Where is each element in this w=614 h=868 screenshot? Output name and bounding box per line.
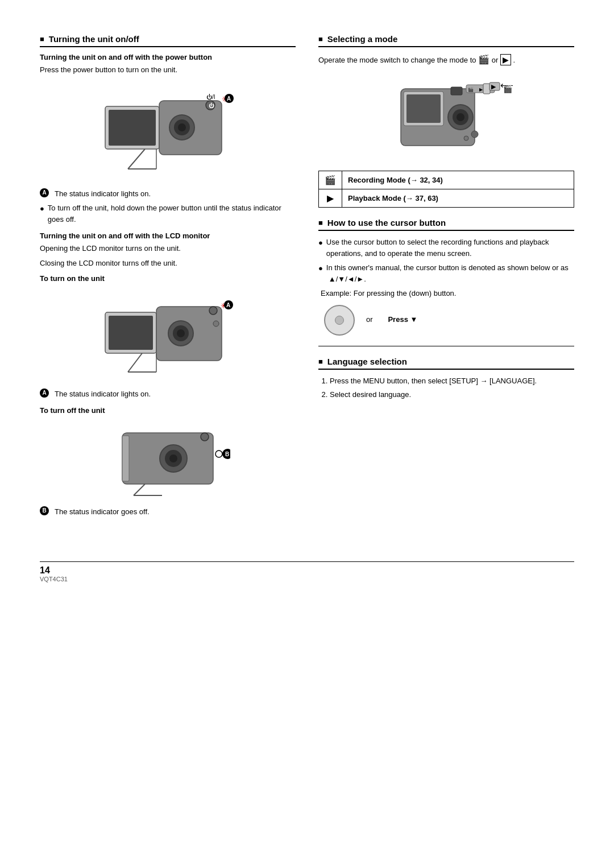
svg-point-36 <box>215 450 222 457</box>
language-title-text: Language selection <box>327 357 407 366</box>
svg-text:▶: ▶ <box>479 87 483 92</box>
section-title-selecting: Selecting a mode <box>318 34 574 47</box>
playback-label-cell: Playback Mode (→ 37, 63) <box>342 189 574 208</box>
camera-svg-lcd-on: ✳ A <box>102 292 233 381</box>
svg-rect-17 <box>109 316 153 350</box>
cursor-title-text: How to use the cursor button <box>327 218 446 228</box>
language-steps: Press the MENU button, then select [SETU… <box>318 375 574 400</box>
svg-text:A: A <box>227 96 231 102</box>
right-column: Selecting a mode Operate the mode switch… <box>318 34 574 527</box>
cursor-example: Example: For pressing the (down) button. <box>321 288 574 299</box>
svg-text:A: A <box>226 302 230 308</box>
cursor-bullet1: Use the cursor button to select the reco… <box>318 237 574 259</box>
language-step1: Press the MENU button, then select [SETU… <box>330 375 574 387</box>
section-title-turning: Turning the unit on/off <box>40 34 296 47</box>
section-turning-on-off: Turning the unit on/off Turning the unit… <box>40 34 296 517</box>
cursor-symbols: ▲/▼/◄/►. <box>329 275 366 283</box>
bullet-turn-off: To turn off the unit, hold down the powe… <box>40 202 296 225</box>
svg-line-27 <box>128 353 142 372</box>
circle-b: B <box>40 506 49 515</box>
svg-text:⏻: ⏻ <box>209 102 214 109</box>
subsection-power-button: Turning the unit on and off with the pow… <box>40 53 296 61</box>
indicator-b-line: B The status indicator goes off. <box>40 506 296 518</box>
svg-point-5 <box>178 123 186 131</box>
camera-figure-power: ⏻ ⏻/I ✳ A <box>40 84 296 180</box>
indicator-a1-line: A The status indicator lights on. <box>40 188 296 200</box>
lcd-line2: Closing the LCD monitor turns off the un… <box>40 258 296 269</box>
camera-figure-lcd-on: ✳ A <box>40 292 296 381</box>
camera-svg-lcd-off: B <box>105 424 230 498</box>
circle-a1: A <box>40 188 49 197</box>
playback-icon-cell: ▶ <box>319 189 342 208</box>
svg-rect-1 <box>109 110 156 146</box>
svg-point-21 <box>177 329 185 337</box>
playback-mode-row: ▶ Playback Mode (→ 37, 63) <box>319 189 574 208</box>
section-title-cursor: How to use the cursor button <box>318 218 574 231</box>
svg-point-22 <box>209 307 217 315</box>
svg-text:⏻/I: ⏻/I <box>206 94 215 100</box>
cursor-text-area: or Press ▼ <box>366 314 417 326</box>
recording-mode-row: 🎬 Recording Mode (→ 32, 34) <box>319 171 574 189</box>
footer: 14 VQT4C31 <box>40 561 574 582</box>
product-code: VQT4C31 <box>40 576 574 582</box>
cursor-circle <box>324 305 355 336</box>
cursor-diagram: or Press ▼ <box>324 305 574 336</box>
svg-text:🎬: 🎬 <box>468 86 474 92</box>
power-button-body: Press the power button to turn on the un… <box>40 64 296 76</box>
cursor-bullet2: In this owner's manual, the cursor butto… <box>318 262 574 284</box>
recording-label-cell: Recording Mode (→ 32, 34) <box>342 171 574 189</box>
mode-table: 🎬 Recording Mode (→ 32, 34) ▶ Playback M… <box>318 171 574 208</box>
svg-line-40 <box>134 484 145 495</box>
to-turn-on-label: To turn on the unit <box>40 273 296 284</box>
section-language: Language selection Press the MENU button… <box>318 357 574 400</box>
svg-point-23 <box>213 321 219 326</box>
svg-point-57 <box>464 136 468 140</box>
selecting-mode-body: Operate the mode switch to change the mo… <box>318 53 574 67</box>
svg-rect-51 <box>483 84 490 94</box>
subsection-lcd: Turning the unit on and off with the LCD… <box>40 232 296 240</box>
cursor-or-label: or <box>366 315 373 324</box>
section-selecting-mode: Selecting a mode Operate the mode switch… <box>318 34 574 208</box>
page-number: 14 <box>40 565 574 576</box>
press-label: Press ▼ <box>388 315 417 324</box>
svg-rect-44 <box>406 94 441 123</box>
recording-mode-icon-inline: 🎬 <box>478 55 489 64</box>
camera-figure-lcd-off: B <box>40 424 296 498</box>
lcd-line1: Opening the LCD monitor turns on the uni… <box>40 243 296 254</box>
to-turn-off-label: To turn off the unit <box>40 405 296 416</box>
indicator-a2-line: A The status indicator lights on. <box>40 388 296 400</box>
svg-text:▶: ▶ <box>491 83 496 90</box>
language-step2: Select desired language. <box>330 389 574 400</box>
playback-icon-inline: ▶ <box>500 54 511 65</box>
svg-rect-31 <box>122 436 129 481</box>
selecting-title-text: Selecting a mode <box>327 34 397 44</box>
svg-rect-58 <box>451 87 462 95</box>
svg-point-35 <box>201 433 209 441</box>
svg-line-13 <box>128 149 145 169</box>
circle-a2: A <box>40 388 49 398</box>
section-divider <box>318 346 574 346</box>
recording-icon-cell: 🎬 <box>319 171 342 189</box>
section-title-language: Language selection <box>318 357 574 370</box>
svg-text:B: B <box>225 451 229 457</box>
section-cursor-button: How to use the cursor button Use the cur… <box>318 218 574 336</box>
svg-point-34 <box>169 454 177 462</box>
left-column: Turning the unit on/off Turning the unit… <box>40 34 296 527</box>
camera-figure-mode: 🎬 ▶ ⟵ ▶ 🎬 <box>318 75 574 163</box>
svg-point-56 <box>471 131 478 138</box>
camera-svg-power: ⏻ ⏻/I ✳ A <box>99 84 236 180</box>
camera-svg-mode: 🎬 ▶ ⟵ ▶ 🎬 <box>378 75 515 163</box>
section-title-text: Turning the unit on/off <box>49 34 139 44</box>
svg-text:🎬: 🎬 <box>503 84 513 94</box>
svg-point-47 <box>457 113 464 121</box>
cursor-center-dot <box>335 316 344 325</box>
